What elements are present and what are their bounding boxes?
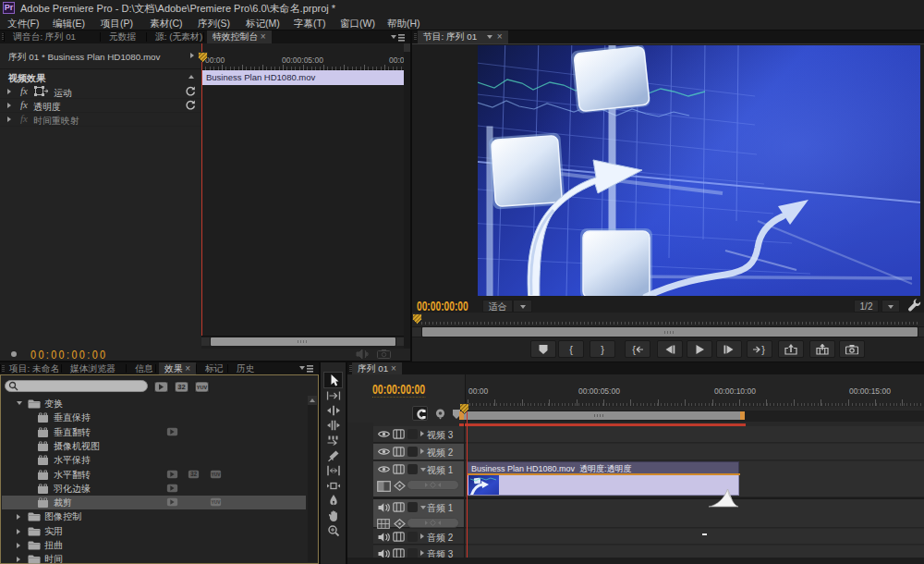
step-back-button[interactable] [657,340,683,358]
snapshot-icon[interactable] [377,349,392,359]
play-audio-icon[interactable] [356,349,371,359]
encore-chapter-marker-button[interactable] [434,408,447,421]
toggle-track-output-eye-icon[interactable] [378,465,390,473]
tab-元数据[interactable]: 元数据 [103,31,141,43]
play-button[interactable] [687,340,712,358]
menu-标记[interactable]: 标记(M) [246,18,280,31]
track-lock-toggle[interactable] [407,447,418,457]
menu-窗口[interactable]: 窗口(W) [340,18,375,31]
track-lock-toggle[interactable] [407,502,418,512]
playhead-head[interactable] [459,403,469,414]
show-keyframes-icon[interactable] [394,481,406,491]
effect-row-透明度[interactable]: fx透明度 [0,99,201,113]
tab-项目未命名[interactable]: 项目: 未命名 [4,362,65,374]
selection-tool[interactable] [323,372,343,388]
video-effects-section-header[interactable]: 视频效果 [0,70,201,84]
title-bar[interactable]: Pr Adobe Premiere Pro - D:\文档\Adobe\Prem… [0,0,924,16]
menu-项目[interactable]: 项目(P) [101,18,133,31]
tab-标记[interactable]: 标记 [200,362,229,374]
expand-track-icon[interactable] [420,448,424,454]
tab-历史[interactable]: 历史 [231,362,261,374]
track-header-音频2[interactable]: 音频 2 [373,529,464,545]
toggle-track-output-eye-icon[interactable] [378,448,390,456]
mark-in-button[interactable]: { [558,340,584,358]
tab-媒体浏览器[interactable]: 媒体浏览器 [65,362,121,374]
extract-button[interactable] [809,340,835,358]
expand-effect-icon[interactable] [7,103,11,108]
collapse-section-icon[interactable] [188,75,194,79]
mini-timeline-vscrollbar[interactable] [404,43,410,349]
folder-图像控制[interactable]: 图像控制 [2,509,306,523]
panel-menu-icon[interactable] [299,364,313,373]
clip-title-bar[interactable]: Business Plan HD1080.mov 透明度:透明度 [467,461,739,473]
tab-特效控制台[interactable]: 特效控制台 × [207,31,272,43]
lift-button[interactable] [778,340,804,358]
show-keyframes-icon[interactable] [394,519,406,529]
filter-yuv-effects-button[interactable]: YUV [194,381,210,393]
playback-resolution-dropdown[interactable]: 1/2 [854,300,879,313]
effect-裁剪[interactable]: 裁剪YUV [2,496,306,509]
toggle-track-output-speaker-icon[interactable] [378,503,390,512]
tab-调音台序列01[interactable]: 调音台: 序列 01 [7,31,81,43]
work-area-end-handle[interactable] [740,411,745,420]
reset-effect-icon[interactable] [185,100,196,111]
folder-扭曲[interactable]: 扭曲 [2,538,306,552]
fit-dropdown-arrow[interactable] [513,300,532,313]
mini-timeline-ruler[interactable]: 00:00 00:00:05:00 00:0 [201,43,404,70]
filter-32bit-color-button[interactable]: 32 [174,381,189,393]
program-hscrollbar[interactable] [412,326,924,337]
track-content-音频2[interactable] [465,529,924,545]
track-lock-toggle[interactable] [407,464,418,474]
expand-effect-icon[interactable] [7,89,11,94]
export-frame-button[interactable] [839,340,865,358]
effect-水平保持[interactable]: 水平保持 [2,453,306,467]
close-tab-icon[interactable]: × [183,363,191,374]
menu-文件[interactable]: 文件(F) [7,18,39,31]
effect-摄像机视图[interactable]: 摄像机视图 [2,439,306,453]
mini-timeline-hscrollbar[interactable] [201,336,404,346]
effect-垂直翻转[interactable]: 垂直翻转 [2,425,306,439]
zoom-tool[interactable] [323,522,343,539]
snap-toggle-button[interactable] [412,406,428,421]
expand-folder-icon[interactable] [17,529,20,534]
panel-menu-icon[interactable] [391,33,405,42]
track-content-视频2[interactable] [465,444,924,460]
rate-stretch-tool[interactable] [323,432,343,448]
expand-effect-icon[interactable] [7,116,11,122]
scroll-left-button[interactable] [412,327,421,337]
track-lock-toggle[interactable] [407,429,418,439]
program-video-preview[interactable] [478,45,920,296]
menu-序列[interactable]: 序列(S) [198,18,230,31]
go-to-in-button[interactable]: { [625,340,650,358]
chevron-down-icon[interactable] [487,35,492,39]
work-area-bar[interactable] [459,411,745,420]
expand-track-icon[interactable] [420,533,424,539]
expand-track-icon[interactable] [420,431,424,436]
opacity-rubber-band[interactable] [468,473,740,475]
sync-lock-icon[interactable] [393,429,405,439]
track-header-视频3[interactable]: 视频 3 [373,426,464,443]
expand-folder-icon[interactable] [17,543,20,548]
program-playhead-head[interactable] [412,313,422,325]
close-tab-icon[interactable]: × [258,31,266,42]
sync-lock-icon[interactable] [393,447,405,457]
collapse-track-icon[interactable] [420,468,426,472]
step-forward-button[interactable] [716,340,742,358]
clip-body[interactable] [467,473,739,496]
mini-timeline-clip[interactable]: Business Plan HD1080.mov [201,70,404,85]
settings-wrench-icon[interactable] [907,298,921,313]
scroll-right-button[interactable] [918,327,924,337]
toggle-track-output-speaker-icon[interactable] [378,533,390,542]
mark-out-button[interactable]: } [590,340,615,358]
effect-row-运动[interactable]: fx运动 [0,85,201,99]
tab-信息[interactable]: 信息 [129,362,159,374]
scroll-left-button[interactable] [201,337,210,346]
timeline-clip-business-plan[interactable]: Business Plan HD1080.mov 透明度:透明度 [467,461,739,497]
track-lock-toggle[interactable] [407,532,418,542]
track-header-视频1[interactable]: 视频 1 [373,461,464,497]
set-display-style-icon[interactable] [377,481,391,492]
resolution-dropdown-arrow[interactable] [881,300,900,313]
expand-folder-icon[interactable] [17,514,20,520]
panel-grip[interactable] [414,33,417,41]
fit-dropdown[interactable]: 适合 [482,300,513,313]
